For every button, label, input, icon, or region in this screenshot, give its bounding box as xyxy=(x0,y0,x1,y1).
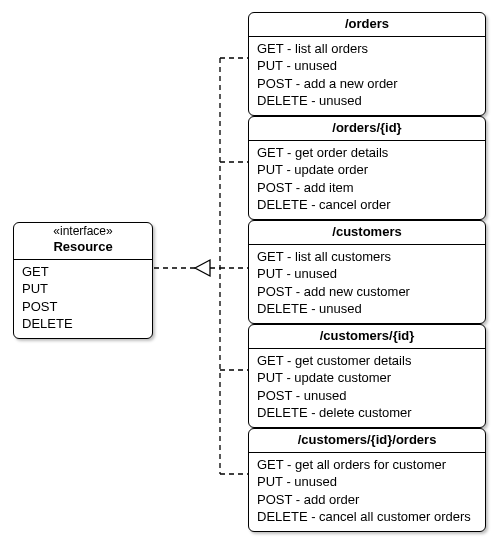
svg-marker-8 xyxy=(195,260,210,276)
resource-path: /customers/{id}/orders xyxy=(298,432,437,447)
operation: DELETE - cancel all customer orders xyxy=(257,508,477,526)
operation: POST - add new customer xyxy=(257,283,477,301)
uml-class-orders-id: /orders/{id} GET - get order details PUT… xyxy=(248,116,486,220)
method: DELETE xyxy=(22,315,144,333)
operation: GET - list all customers xyxy=(257,248,477,266)
uml-class-orders: /orders GET - list all orders PUT - unus… xyxy=(248,12,486,116)
uml-class-header: /customers/{id}/orders xyxy=(249,429,485,453)
uml-class-header: /customers/{id} xyxy=(249,325,485,349)
uml-class-body: GET - get customer details PUT - update … xyxy=(249,349,485,427)
operation: GET - list all orders xyxy=(257,40,477,58)
operation: GET - get order details xyxy=(257,144,477,162)
operation: GET - get all orders for customer xyxy=(257,456,477,474)
operation: GET - get customer details xyxy=(257,352,477,370)
stereotype-label: «interface» xyxy=(20,225,146,238)
operation: DELETE - cancel order xyxy=(257,196,477,214)
uml-interface-resource: «interface» Resource GET PUT POST DELETE xyxy=(13,222,153,339)
operation: POST - unused xyxy=(257,387,477,405)
resource-path: /orders/{id} xyxy=(332,120,401,135)
uml-class-customers-id: /customers/{id} GET - get customer detai… xyxy=(248,324,486,428)
operation: PUT - update customer xyxy=(257,369,477,387)
uml-class-customers: /customers GET - list all customers PUT … xyxy=(248,220,486,324)
resource-path: /orders xyxy=(345,16,389,31)
operation: PUT - unused xyxy=(257,473,477,491)
uml-class-body: GET - get order details PUT - update ord… xyxy=(249,141,485,219)
uml-class-header: /orders xyxy=(249,13,485,37)
operation: DELETE - unused xyxy=(257,300,477,318)
method: POST xyxy=(22,298,144,316)
uml-class-header: «interface» Resource xyxy=(14,223,152,260)
operation: DELETE - unused xyxy=(257,92,477,110)
operation: PUT - unused xyxy=(257,57,477,75)
uml-class-header: /customers xyxy=(249,221,485,245)
operation: POST - add item xyxy=(257,179,477,197)
operation: PUT - update order xyxy=(257,161,477,179)
method: PUT xyxy=(22,280,144,298)
resource-path: /customers/{id} xyxy=(320,328,415,343)
uml-class-body: GET - list all orders PUT - unused POST … xyxy=(249,37,485,115)
uml-class-header: /orders/{id} xyxy=(249,117,485,141)
operation: DELETE - delete customer xyxy=(257,404,477,422)
class-name: Resource xyxy=(53,239,112,254)
operation: POST - add a new order xyxy=(257,75,477,93)
operation: POST - add order xyxy=(257,491,477,509)
uml-class-body: GET - list all customers PUT - unused PO… xyxy=(249,245,485,323)
operation: PUT - unused xyxy=(257,265,477,283)
uml-class-body: GET - get all orders for customer PUT - … xyxy=(249,453,485,531)
resource-path: /customers xyxy=(332,224,401,239)
uml-class-body: GET PUT POST DELETE xyxy=(14,260,152,338)
method: GET xyxy=(22,263,144,281)
uml-class-customers-id-orders: /customers/{id}/orders GET - get all ord… xyxy=(248,428,486,532)
